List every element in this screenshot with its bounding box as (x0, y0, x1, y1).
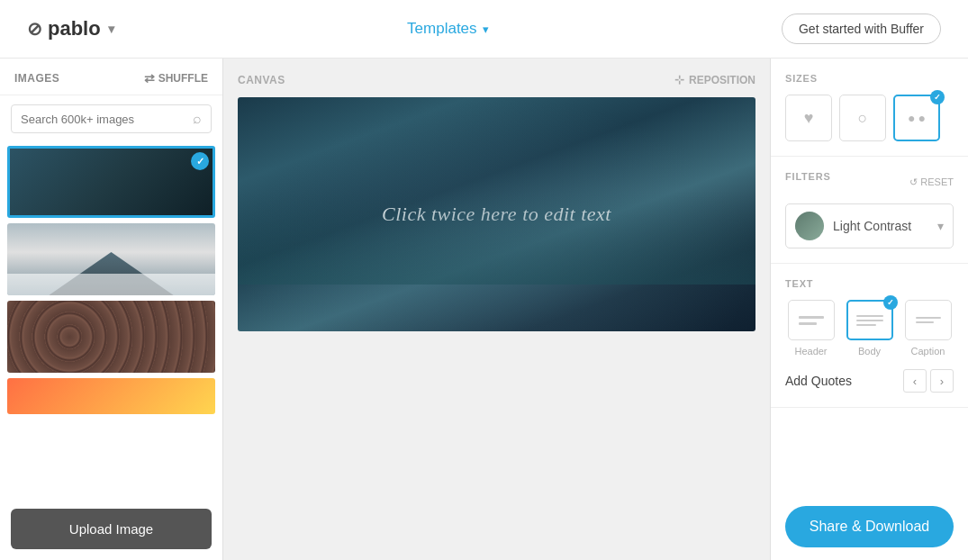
logo: ⊘ pablo ▾ (27, 17, 114, 41)
main-layout: IMAGES ⇄ SHUFFLE ⌕ ✓ (0, 59, 968, 560)
pinterest-icon: ♥ (804, 109, 814, 128)
text-caption-option[interactable]: Caption (902, 300, 954, 357)
list-item[interactable] (7, 223, 215, 295)
text-body-option[interactable]: ✓ Body (844, 300, 895, 357)
reposition-button[interactable]: ⊹ REPOSITION (674, 73, 755, 86)
filter-thumbnail (795, 212, 824, 240)
share-download-label: Share & Download (810, 519, 929, 534)
right-panel-scroll: SIZES ♥ ○ ✓ ●● (771, 59, 968, 493)
text-body-check-icon: ✓ (883, 295, 898, 310)
filters-title: FILTERS (785, 171, 831, 182)
buffer-button-label: Get started with Buffer (799, 22, 924, 36)
quotes-navigation: ‹ › (903, 369, 954, 393)
text-caption-label: Caption (911, 346, 945, 357)
logo-icon: ⊘ (27, 18, 42, 40)
filter-name: Light Contrast (833, 219, 928, 233)
sizes-section: SIZES ♥ ○ ✓ ●● (771, 59, 968, 157)
templates-caret-icon: ▾ (483, 23, 489, 36)
text-body-label: Body (858, 346, 881, 357)
text-header-box[interactable] (788, 300, 835, 340)
add-quotes-label: Add Quotes (785, 374, 852, 388)
app-header: ⊘ pablo ▾ Templates ▾ Get started with B… (0, 0, 968, 59)
canvas-toolbar: CANVAS ⊹ REPOSITION (238, 73, 755, 86)
reposition-label: REPOSITION (689, 74, 755, 86)
text-header-label: Header (794, 346, 827, 357)
size-twitter-button[interactable]: ✓ ●● (893, 95, 940, 141)
sidebar-title: IMAGES (14, 72, 59, 85)
share-section: Share & Download (771, 493, 968, 560)
logo-caret-icon: ▾ (108, 22, 114, 36)
text-caption-box[interactable] (905, 300, 952, 340)
reset-label: RESET (920, 176, 954, 187)
filter-caret-icon: ▾ (937, 219, 944, 233)
shuffle-label: SHUFFLE (158, 72, 208, 85)
size-pinterest-button[interactable]: ♥ (785, 95, 832, 141)
canvas-label: CANVAS (238, 74, 285, 86)
sizes-title: SIZES (785, 73, 954, 84)
shuffle-button[interactable]: ⇄ SHUFFLE (144, 71, 208, 86)
size-check-icon: ✓ (930, 90, 945, 104)
upload-image-label: Upload Image (69, 521, 153, 537)
right-panel: SIZES ♥ ○ ✓ ●● (770, 59, 968, 560)
logo-text: pablo (48, 17, 101, 41)
instagram-icon: ○ (858, 109, 868, 128)
sidebar: IMAGES ⇄ SHUFFLE ⌕ ✓ (0, 59, 223, 560)
search-input[interactable] (21, 113, 193, 126)
reset-button[interactable]: ↺ RESET (909, 176, 954, 188)
text-section: TEXT Header (771, 264, 968, 408)
text-options: Header ✓ Body (785, 300, 954, 357)
images-grid: ✓ (0, 142, 222, 500)
list-item[interactable] (7, 301, 215, 373)
add-quotes-row: Add Quotes ‹ › (785, 369, 954, 393)
reset-icon: ↺ (909, 176, 918, 188)
upload-image-button[interactable]: Upload Image (11, 509, 212, 549)
templates-label: Templates (407, 20, 476, 38)
canvas-area: CANVAS ⊹ REPOSITION Click twice here to … (223, 59, 770, 560)
size-instagram-button[interactable]: ○ (839, 95, 886, 141)
search-box: ⌕ (11, 104, 212, 133)
canvas-image[interactable]: Click twice here to edit text (238, 97, 755, 331)
filters-header: FILTERS ↺ RESET (785, 171, 954, 193)
search-icon[interactable]: ⌕ (193, 111, 202, 127)
share-download-button[interactable]: Share & Download (785, 506, 954, 547)
sidebar-header: IMAGES ⇄ SHUFFLE (0, 59, 222, 95)
list-item[interactable]: ✓ (7, 146, 215, 218)
quotes-prev-button[interactable]: ‹ (903, 369, 927, 393)
canvas-edit-prompt[interactable]: Click twice here to edit text (382, 203, 611, 226)
buffer-button[interactable]: Get started with Buffer (782, 14, 941, 44)
selected-check-icon: ✓ (191, 152, 209, 170)
text-body-box[interactable]: ✓ (846, 300, 893, 340)
list-item[interactable] (7, 378, 215, 414)
twitter-icon: ●● (908, 111, 926, 125)
reposition-icon: ⊹ (674, 73, 684, 86)
shuffle-icon: ⇄ (144, 71, 155, 86)
filter-dropdown[interactable]: Light Contrast ▾ (785, 203, 954, 248)
sizes-grid: ♥ ○ ✓ ●● (785, 95, 954, 141)
templates-button[interactable]: Templates ▾ (407, 20, 488, 38)
quotes-next-button[interactable]: › (930, 369, 954, 393)
filters-section: FILTERS ↺ RESET Light Contrast ▾ (771, 157, 968, 264)
text-title: TEXT (785, 278, 954, 289)
text-header-option[interactable]: Header (785, 300, 837, 357)
